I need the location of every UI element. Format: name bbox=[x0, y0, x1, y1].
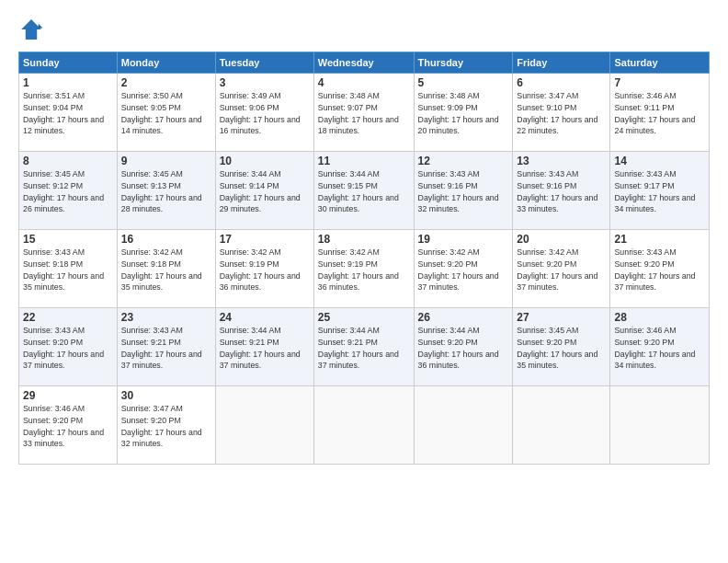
day-number: 15 bbox=[23, 233, 113, 246]
day-number: 28 bbox=[614, 311, 705, 324]
calendar-cell: 5Sunrise: 3:48 AMSunset: 9:09 PMDaylight… bbox=[414, 74, 513, 152]
calendar-cell: 14Sunrise: 3:43 AMSunset: 9:17 PMDayligh… bbox=[610, 152, 710, 230]
day-info: Sunrise: 3:43 AMSunset: 9:16 PMDaylight:… bbox=[517, 168, 606, 215]
calendar-body: 1Sunrise: 3:51 AMSunset: 9:04 PMDaylight… bbox=[19, 74, 710, 465]
day-number: 24 bbox=[220, 311, 310, 324]
day-info: Sunrise: 3:43 AMSunset: 9:20 PMDaylight:… bbox=[614, 247, 705, 293]
week-row-4: 22Sunrise: 3:43 AMSunset: 9:20 PMDayligh… bbox=[19, 308, 710, 386]
header-cell-sunday: Sunday bbox=[19, 52, 118, 74]
day-info: Sunrise: 3:44 AMSunset: 9:21 PMDaylight:… bbox=[318, 325, 410, 372]
svg-marker-0 bbox=[21, 19, 41, 40]
day-info: Sunrise: 3:44 AMSunset: 9:14 PMDaylight:… bbox=[220, 168, 310, 215]
header-cell-friday: Friday bbox=[513, 52, 610, 74]
calendar-cell: 13Sunrise: 3:43 AMSunset: 9:16 PMDayligh… bbox=[513, 152, 610, 230]
day-number: 22 bbox=[23, 311, 113, 324]
day-info: Sunrise: 3:42 AMSunset: 9:19 PMDaylight:… bbox=[220, 247, 310, 293]
day-number: 2 bbox=[121, 76, 211, 89]
header-cell-thursday: Thursday bbox=[414, 52, 513, 74]
day-number: 16 bbox=[121, 233, 211, 246]
day-number: 17 bbox=[220, 233, 310, 246]
calendar-cell: 26Sunrise: 3:44 AMSunset: 9:20 PMDayligh… bbox=[414, 308, 513, 386]
calendar-cell: 10Sunrise: 3:44 AMSunset: 9:14 PMDayligh… bbox=[215, 152, 313, 230]
day-number: 19 bbox=[418, 233, 509, 246]
day-number: 27 bbox=[517, 311, 606, 324]
calendar-cell: 23Sunrise: 3:43 AMSunset: 9:21 PMDayligh… bbox=[117, 308, 215, 386]
header-row: SundayMondayTuesdayWednesdayThursdayFrid… bbox=[19, 52, 710, 74]
page: SundayMondayTuesdayWednesdayThursdayFrid… bbox=[0, 0, 728, 563]
calendar-cell: 25Sunrise: 3:44 AMSunset: 9:21 PMDayligh… bbox=[313, 308, 414, 386]
day-info: Sunrise: 3:48 AMSunset: 9:07 PMDaylight:… bbox=[318, 90, 410, 137]
day-info: Sunrise: 3:46 AMSunset: 9:11 PMDaylight:… bbox=[614, 90, 705, 137]
day-number: 3 bbox=[220, 76, 310, 89]
day-info: Sunrise: 3:43 AMSunset: 9:16 PMDaylight:… bbox=[418, 168, 509, 215]
day-number: 5 bbox=[418, 76, 509, 89]
calendar-table: SundayMondayTuesdayWednesdayThursdayFrid… bbox=[18, 52, 710, 465]
calendar-cell: 29Sunrise: 3:46 AMSunset: 9:20 PMDayligh… bbox=[19, 386, 118, 465]
day-info: Sunrise: 3:42 AMSunset: 9:20 PMDaylight:… bbox=[517, 247, 606, 293]
day-number: 25 bbox=[318, 311, 410, 324]
day-info: Sunrise: 3:45 AMSunset: 9:20 PMDaylight:… bbox=[517, 325, 606, 372]
calendar-cell: 12Sunrise: 3:43 AMSunset: 9:16 PMDayligh… bbox=[414, 152, 513, 230]
calendar-cell: 17Sunrise: 3:42 AMSunset: 9:19 PMDayligh… bbox=[215, 230, 313, 308]
calendar-cell: 22Sunrise: 3:43 AMSunset: 9:20 PMDayligh… bbox=[19, 308, 118, 386]
calendar-cell: 3Sunrise: 3:49 AMSunset: 9:06 PMDaylight… bbox=[215, 74, 313, 152]
day-info: Sunrise: 3:45 AMSunset: 9:13 PMDaylight:… bbox=[121, 168, 211, 215]
day-info: Sunrise: 3:43 AMSunset: 9:20 PMDaylight:… bbox=[23, 325, 113, 372]
calendar-cell: 16Sunrise: 3:42 AMSunset: 9:18 PMDayligh… bbox=[117, 230, 215, 308]
day-number: 7 bbox=[614, 76, 705, 89]
week-row-2: 8Sunrise: 3:45 AMSunset: 9:12 PMDaylight… bbox=[19, 152, 710, 230]
day-info: Sunrise: 3:42 AMSunset: 9:18 PMDaylight:… bbox=[121, 247, 211, 293]
logo-icon bbox=[18, 17, 44, 42]
calendar-cell: 1Sunrise: 3:51 AMSunset: 9:04 PMDaylight… bbox=[19, 74, 118, 152]
calendar-cell bbox=[513, 386, 610, 465]
day-number: 21 bbox=[614, 233, 705, 246]
calendar-cell: 20Sunrise: 3:42 AMSunset: 9:20 PMDayligh… bbox=[513, 230, 610, 308]
calendar-cell: 2Sunrise: 3:50 AMSunset: 9:05 PMDaylight… bbox=[117, 74, 215, 152]
day-info: Sunrise: 3:42 AMSunset: 9:20 PMDaylight:… bbox=[418, 247, 509, 293]
logo bbox=[18, 17, 48, 42]
day-number: 8 bbox=[23, 155, 113, 167]
day-info: Sunrise: 3:49 AMSunset: 9:06 PMDaylight:… bbox=[220, 90, 310, 137]
day-number: 30 bbox=[121, 389, 211, 402]
day-number: 6 bbox=[517, 76, 606, 89]
calendar-cell: 11Sunrise: 3:44 AMSunset: 9:15 PMDayligh… bbox=[313, 152, 414, 230]
calendar-cell: 24Sunrise: 3:44 AMSunset: 9:21 PMDayligh… bbox=[215, 308, 313, 386]
calendar-cell: 15Sunrise: 3:43 AMSunset: 9:18 PMDayligh… bbox=[19, 230, 118, 308]
day-number: 9 bbox=[121, 155, 211, 167]
calendar-cell: 7Sunrise: 3:46 AMSunset: 9:11 PMDaylight… bbox=[610, 74, 710, 152]
day-info: Sunrise: 3:44 AMSunset: 9:15 PMDaylight:… bbox=[318, 168, 410, 215]
calendar-cell bbox=[610, 386, 710, 465]
week-row-3: 15Sunrise: 3:43 AMSunset: 9:18 PMDayligh… bbox=[19, 230, 710, 308]
calendar-cell: 19Sunrise: 3:42 AMSunset: 9:20 PMDayligh… bbox=[414, 230, 513, 308]
week-row-5: 29Sunrise: 3:46 AMSunset: 9:20 PMDayligh… bbox=[19, 386, 710, 465]
day-info: Sunrise: 3:48 AMSunset: 9:09 PMDaylight:… bbox=[418, 90, 509, 137]
day-number: 4 bbox=[318, 76, 410, 89]
day-info: Sunrise: 3:51 AMSunset: 9:04 PMDaylight:… bbox=[23, 90, 113, 137]
calendar-cell: 6Sunrise: 3:47 AMSunset: 9:10 PMDaylight… bbox=[513, 74, 610, 152]
calendar-cell: 21Sunrise: 3:43 AMSunset: 9:20 PMDayligh… bbox=[610, 230, 710, 308]
day-number: 18 bbox=[318, 233, 410, 246]
day-number: 14 bbox=[614, 155, 705, 167]
day-info: Sunrise: 3:46 AMSunset: 9:20 PMDaylight:… bbox=[614, 325, 705, 372]
header-cell-wednesday: Wednesday bbox=[313, 52, 414, 74]
calendar-cell: 4Sunrise: 3:48 AMSunset: 9:07 PMDaylight… bbox=[313, 74, 414, 152]
day-info: Sunrise: 3:44 AMSunset: 9:20 PMDaylight:… bbox=[418, 325, 509, 372]
day-number: 12 bbox=[418, 155, 509, 167]
header-cell-saturday: Saturday bbox=[610, 52, 710, 74]
day-info: Sunrise: 3:47 AMSunset: 9:20 PMDaylight:… bbox=[121, 403, 211, 450]
day-info: Sunrise: 3:43 AMSunset: 9:17 PMDaylight:… bbox=[614, 168, 705, 215]
week-row-1: 1Sunrise: 3:51 AMSunset: 9:04 PMDaylight… bbox=[19, 74, 710, 152]
day-number: 23 bbox=[121, 311, 211, 324]
header-cell-tuesday: Tuesday bbox=[215, 52, 313, 74]
calendar-cell bbox=[414, 386, 513, 465]
day-info: Sunrise: 3:45 AMSunset: 9:12 PMDaylight:… bbox=[23, 168, 113, 215]
calendar-cell: 8Sunrise: 3:45 AMSunset: 9:12 PMDaylight… bbox=[19, 152, 118, 230]
day-number: 11 bbox=[318, 155, 410, 167]
day-number: 20 bbox=[517, 233, 606, 246]
day-info: Sunrise: 3:44 AMSunset: 9:21 PMDaylight:… bbox=[220, 325, 310, 372]
day-number: 26 bbox=[418, 311, 509, 324]
day-info: Sunrise: 3:43 AMSunset: 9:18 PMDaylight:… bbox=[23, 247, 113, 293]
calendar-cell: 30Sunrise: 3:47 AMSunset: 9:20 PMDayligh… bbox=[117, 386, 215, 465]
day-number: 1 bbox=[23, 76, 113, 89]
day-number: 29 bbox=[23, 389, 113, 402]
